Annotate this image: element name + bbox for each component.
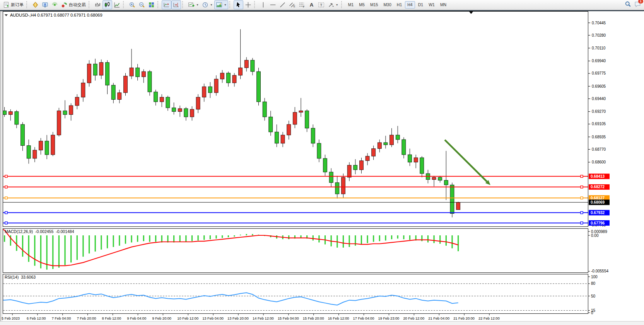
new-chart-button[interactable]: ▼ (186, 0, 200, 9)
candle (208, 87, 212, 93)
candle (251, 60, 255, 71)
status-bar (0, 321, 644, 325)
hline-handle[interactable] (581, 222, 583, 224)
candle (456, 202, 460, 210)
trendline-icon (279, 2, 286, 8)
hline-handle[interactable] (581, 211, 583, 214)
candle (118, 93, 121, 100)
candle (438, 177, 442, 180)
chart-template-button[interactable]: ▼ (214, 0, 228, 9)
hline-handle[interactable] (5, 211, 7, 214)
autotrading-button[interactable]: 自动交易 (60, 0, 87, 9)
svg-text:0.70280: 0.70280 (592, 33, 606, 37)
price-axis[interactable]: 0.704450.702800.701100.699400.697750.696… (588, 21, 610, 315)
hline-handle[interactable] (5, 186, 7, 188)
candle (275, 132, 278, 143)
dropdown-caret-icon[interactable]: ▼ (336, 3, 338, 6)
hline-handle[interactable] (581, 175, 583, 177)
zoom-in-button[interactable] (127, 0, 137, 9)
line-chart-mode-button[interactable] (112, 0, 122, 9)
chart-canvas[interactable]: 0.704450.702800.701100.699400.697750.696… (0, 0, 644, 325)
timeframe-w1-button[interactable]: W1 (426, 1, 437, 9)
candle (148, 71, 152, 92)
candle (3, 111, 7, 115)
svg-text:0.68600: 0.68600 (592, 160, 606, 164)
dropdown-caret-icon[interactable]: ▼ (224, 3, 227, 6)
tile-windows-button[interactable] (147, 0, 156, 9)
signals-button[interactable] (50, 0, 60, 9)
candle (354, 165, 357, 170)
crosshair-tool-button[interactable] (243, 0, 253, 9)
fibonacci-tool-button[interactable]: F (297, 0, 307, 9)
autotrade-icon (61, 2, 68, 8)
candle (130, 68, 133, 76)
new-order-button[interactable]: 新订单 (2, 0, 25, 9)
candle (347, 165, 351, 177)
channel-icon: E (289, 2, 296, 8)
timeframe-m15-button[interactable]: M15 (368, 1, 380, 9)
chart-shift-button[interactable] (171, 0, 181, 9)
text-tool-button[interactable]: A (307, 0, 316, 9)
timeframe-mn-button[interactable]: MN (438, 1, 449, 9)
bar-chart-mode-button[interactable] (93, 0, 102, 9)
hline-handle[interactable] (5, 222, 7, 224)
macd-signal-value: -0.001484 (56, 229, 74, 234)
timeframe-m1-button[interactable]: M1 (346, 1, 356, 9)
candle (390, 135, 394, 145)
svg-text:0: 0 (591, 311, 593, 315)
label-tool-button[interactable]: T (316, 0, 326, 9)
search-button[interactable] (625, 1, 631, 9)
candle (396, 135, 400, 140)
candle (136, 68, 140, 77)
market-button[interactable] (40, 0, 50, 9)
candle (184, 109, 188, 117)
time-label: 16 Feb 12:00 (328, 316, 349, 320)
candle (450, 185, 454, 213)
candle (87, 64, 91, 83)
candle (220, 73, 224, 79)
dropdown-caret-icon[interactable]: ▼ (210, 3, 213, 6)
price-label: 0.68413 (591, 174, 605, 179)
timeframe-d1-button[interactable]: D1 (416, 1, 425, 9)
symbol-dropdown-icon[interactable] (5, 14, 8, 16)
candle (160, 97, 164, 102)
candle (232, 75, 236, 83)
macd-pane[interactable] (3, 229, 588, 273)
dropdown-caret-icon[interactable]: ▼ (196, 3, 199, 6)
timeframe-m5-button[interactable]: M5 (357, 1, 367, 9)
price-label: 0.68069 (591, 200, 605, 204)
candle-chart-mode-button[interactable] (102, 0, 112, 9)
bars-icon (94, 2, 101, 8)
candle (142, 71, 145, 77)
candle (178, 109, 182, 112)
arrows-tool-button[interactable]: ▼ (326, 0, 340, 9)
auto-scroll-button[interactable] (162, 0, 171, 9)
time-axis[interactable]: 5 Feb 20236 Feb 12:007 Feb 04:007 Feb 20… (2, 314, 500, 320)
toolbar-grip (157, 1, 161, 8)
timeframe-m30-button[interactable]: M30 (381, 1, 393, 9)
macd-indicator-label: MACD(12,26,9) -0.002455 -0.001484 (5, 229, 74, 234)
timeframe-h4-button[interactable]: H4 (405, 1, 415, 9)
zoom-out-button[interactable] (137, 0, 147, 9)
hline-handle[interactable] (581, 197, 583, 199)
hline-handle[interactable] (5, 175, 7, 177)
channel-tool-button[interactable]: E (287, 0, 297, 9)
hline-handle[interactable] (5, 197, 7, 199)
svg-text:0.69605: 0.69605 (592, 84, 606, 88)
profile-icon (216, 2, 222, 8)
vertical-line-tool-button[interactable] (258, 0, 268, 9)
notifications-button[interactable]: 1 (634, 1, 641, 9)
chart-window-top-border (0, 10, 644, 11)
mql-community-button[interactable] (31, 0, 40, 9)
candle (57, 111, 61, 135)
horizontal-line-tool-button[interactable] (268, 0, 278, 9)
chartshift-icon (173, 2, 179, 8)
candle (196, 97, 200, 109)
period-selector-button[interactable]: ▼ (200, 0, 214, 9)
cursor-tool-button[interactable] (234, 0, 243, 9)
trendline-tool-button[interactable] (278, 0, 287, 9)
crosshair-icon (245, 2, 251, 8)
candle (341, 177, 345, 194)
hline-handle[interactable] (581, 186, 583, 188)
timeframe-h1-button[interactable]: H1 (395, 1, 404, 9)
